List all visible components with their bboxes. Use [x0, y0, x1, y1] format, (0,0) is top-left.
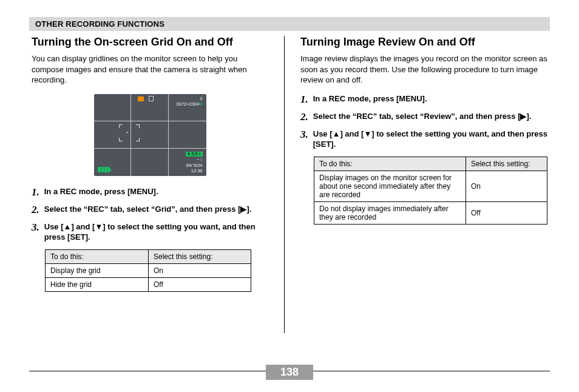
left-column: Turning the On-screen Grid On and Off Yo… — [29, 36, 271, 333]
step-text: Use [▲] and [▼] to select the setting yo… — [313, 129, 547, 150]
step-1: 1. In a REC mode, press [MENU]. — [32, 187, 268, 197]
page-number: 138 — [266, 365, 313, 380]
right-column: Turning Image Review On and Off Image re… — [298, 36, 550, 333]
table-cell: On — [149, 264, 251, 278]
table-cell: Do not display images immediately after … — [314, 202, 466, 225]
resolution: 3072×2304N — [176, 101, 202, 107]
arrow-icon: ↔↕ — [186, 157, 203, 162]
screen-info-bottom: ☀ 0.0✧ ↔↕ 04/ 5/24 12:38 — [186, 151, 203, 174]
table-header: Select this setting: — [466, 157, 547, 171]
step-1: 1. In a REC mode, press [MENU]. — [300, 94, 547, 104]
right-intro: Image review displays the images you rec… — [300, 53, 547, 86]
step-2: 2. Select the “REC” tab, select “Review”… — [300, 112, 547, 122]
table-row: Hide the grid Off — [46, 278, 251, 292]
ev-indicator: ☀ 0.0✧ — [186, 152, 203, 157]
date-label: 04/ 5/24 — [186, 163, 203, 168]
table-cell: Display the grid — [46, 264, 149, 278]
manual-page: OTHER RECORDING FUNCTIONS Turning the On… — [0, 0, 579, 392]
focus-frame: + — [119, 124, 140, 141]
step-number: 2. — [300, 112, 308, 122]
left-settings-table: To do this: Select this setting: Display… — [45, 249, 251, 292]
table-header-row: To do this: Select this setting: — [46, 250, 251, 264]
step-number: 2. — [32, 204, 39, 215]
table-cell: Hide the grid — [46, 278, 149, 292]
battery-icon — [98, 167, 110, 172]
step-text: In a REC mode, press [MENU]. — [44, 187, 158, 197]
step-number: 1. — [300, 94, 308, 104]
step-text: Select the “REC” tab, select “Grid”, and… — [44, 204, 252, 215]
table-cell: Off — [149, 278, 251, 292]
grid-horizontal-line — [94, 148, 206, 149]
step-3: 3. Use [▲] and [▼] to select the setting… — [300, 129, 547, 150]
table-header: Select this setting: — [149, 250, 251, 264]
table-header-row: To do this: Select this setting: — [314, 157, 547, 171]
table-row: Do not display images immediately after … — [314, 202, 547, 225]
step-number: 3. — [32, 222, 39, 232]
sd-card-icon — [138, 96, 144, 101]
table-header: To do this: — [46, 250, 149, 264]
time-label: 12:38 — [186, 168, 203, 174]
step-number: 1. — [32, 187, 39, 197]
grid-vertical-line — [168, 94, 169, 176]
camera-screen-illustration: 3 3072×2304N + ☀ 0.0✧ ↔↕ 04/ 5/24 12:38 — [94, 94, 206, 176]
table-header: To do this: — [314, 157, 466, 171]
shots-remaining: 3 — [176, 96, 202, 101]
step-3: 3. Use [▲] and [▼] to select the setting… — [32, 222, 268, 243]
column-divider — [284, 36, 285, 333]
screen-info-top: 3 3072×2304N — [176, 96, 202, 107]
two-column-layout: Turning the On-screen Grid On and Off Yo… — [29, 36, 550, 333]
table-cell: On — [466, 171, 547, 202]
table-row: Display images on the monitor screen for… — [314, 171, 547, 202]
left-intro: You can display gridlines on the monitor… — [32, 53, 268, 86]
grid-horizontal-line — [94, 121, 206, 121]
table-row: Display the grid On — [46, 264, 251, 278]
step-text: Use [▲] and [▼] to select the setting yo… — [44, 222, 268, 243]
step-number: 3. — [300, 129, 308, 140]
step-text: In a REC mode, press [MENU]. — [313, 94, 427, 104]
section-header: OTHER RECORDING FUNCTIONS — [29, 17, 550, 31]
left-heading: Turning the On-screen Grid On and Off — [32, 36, 268, 49]
right-heading: Turning Image Review On and Off — [300, 36, 547, 49]
step-2: 2. Select the “REC” tab, select “Grid”, … — [32, 204, 268, 215]
table-cell: Display images on the monitor screen for… — [314, 171, 466, 202]
table-cell: Off — [466, 202, 547, 225]
step-text: Select the “REC” tab, select “Review”, a… — [313, 112, 532, 122]
right-settings-table: To do this: Select this setting: Display… — [314, 157, 547, 225]
camera-mode-icon — [149, 96, 154, 101]
